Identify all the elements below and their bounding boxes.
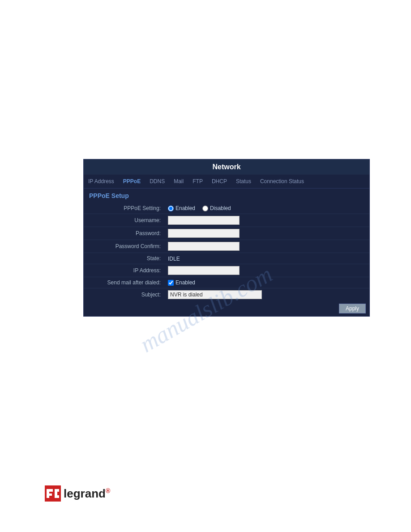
subject-value-cell [164,288,369,301]
footer-row: Apply [84,301,369,316]
registered-symbol: ® [106,487,110,494]
subject-label: Subject: [84,288,164,301]
page-wrapper: manualslib.com Network IP Address PPPoE … [0,0,411,532]
enabled-label: Enabled [176,205,195,211]
svg-rect-3 [47,493,52,496]
nav-tabs: IP Address PPPoE DDNS Mail FTP DHCP Stat… [84,175,369,189]
state-row: State: IDLE [84,253,369,264]
password-confirm-label: Password Confirm: [84,240,164,253]
apply-button[interactable]: Apply [339,304,366,313]
section-title: PPPoE Setup [84,189,369,203]
tab-pppoe[interactable]: PPPoE [119,177,145,185]
disabled-label: Disabled [210,205,231,211]
enabled-radio[interactable] [168,206,174,211]
network-panel: Network IP Address PPPoE DDNS Mail FTP D… [83,159,370,317]
password-label: Password: [84,227,164,240]
tab-ftp[interactable]: FTP [188,177,207,185]
state-value: IDLE [168,256,180,262]
disabled-radio-label[interactable]: Disabled [202,205,231,211]
tab-dhcp[interactable]: DHCP [207,177,231,185]
panel-title: Network [84,159,369,175]
send-mail-checkbox[interactable] [168,280,174,286]
svg-rect-2 [47,489,53,492]
ip-address-input[interactable] [168,266,240,275]
tab-ddns[interactable]: DDNS [145,177,169,185]
state-value-cell: IDLE [164,253,369,264]
tab-status[interactable]: Status [231,177,256,185]
ip-address-row: IP Address: [84,264,369,277]
legrand-icon [45,485,61,502]
ip-address-value-cell [164,264,369,277]
state-label: State: [84,253,164,264]
password-confirm-row: Password Confirm: [84,240,369,253]
username-row: Username: [84,214,369,227]
username-value-cell [164,214,369,227]
subject-input[interactable] [168,290,262,299]
send-mail-value-cell: Enabled [164,277,369,288]
svg-rect-6 [55,495,59,498]
username-input[interactable] [168,216,240,225]
enabled-radio-label[interactable]: Enabled [168,205,195,211]
disabled-radio[interactable] [202,206,208,211]
send-mail-row: Send mail after dialed: Enabled [84,277,369,288]
password-row: Password: [84,227,369,240]
ip-address-label: IP Address: [84,264,164,277]
subject-row: Subject: [84,288,369,301]
password-value-cell [164,227,369,240]
send-mail-enabled-label: Enabled [176,279,195,286]
send-mail-label: Send mail after dialed: [84,277,164,288]
tab-connection-status[interactable]: Connection Status [256,177,308,185]
send-mail-checkbox-label[interactable]: Enabled [168,279,366,286]
pppoe-setting-row: PPPoE Setting: Enabled Disabled [84,203,369,214]
password-confirm-value-cell [164,240,369,253]
pppoe-setting-label: PPPoE Setting: [84,203,164,214]
legrand-logo: legrand® [45,485,110,502]
password-confirm-input[interactable] [168,242,240,251]
form-table: PPPoE Setting: Enabled Disabled [84,203,369,301]
legrand-logo-icon [45,485,61,502]
pppoe-setting-value: Enabled Disabled [164,203,369,214]
tab-mail[interactable]: Mail [169,177,188,185]
tab-ip-address[interactable]: IP Address [88,177,119,185]
password-input[interactable] [168,229,240,238]
username-label: Username: [84,214,164,227]
legrand-brand-text: legrand® [64,487,110,501]
pppoe-radio-group: Enabled Disabled [168,205,366,211]
